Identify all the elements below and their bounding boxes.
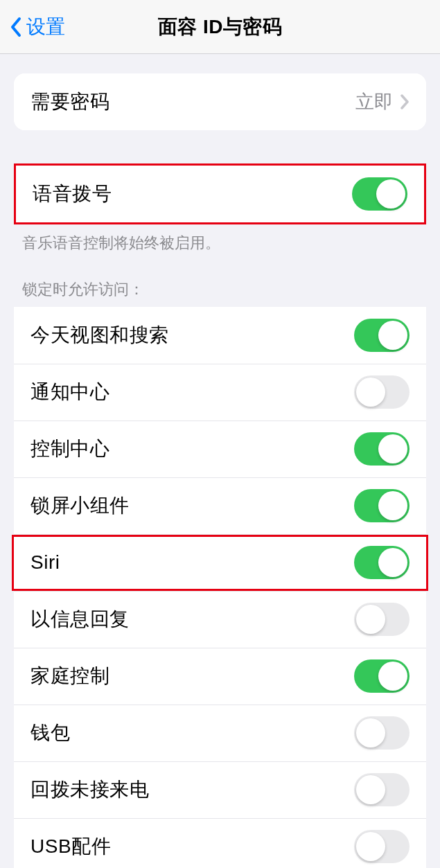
require-passcode-label: 需要密码 [30,89,109,115]
locked-access-header: 锁定时允许访问： [0,279,440,307]
locked-access-row[interactable]: USB配件 [14,818,426,868]
locked-access-label: 锁屏小组件 [30,493,130,519]
locked-access-toggle[interactable] [354,830,410,863]
back-button[interactable]: 设置 [0,14,65,40]
locked-access-toggle[interactable] [354,319,410,352]
voice-dial-label: 语音拨号 [33,181,112,207]
locked-access-label: 通知中心 [30,379,109,405]
locked-access-toggle[interactable] [354,659,410,693]
require-passcode-value: 立即 [355,89,393,114]
locked-access-toggle[interactable] [354,546,410,579]
page-title: 面容 ID与密码 [158,14,283,40]
locked-access-row[interactable]: 钱包 [14,705,426,761]
voice-dial-row[interactable]: 语音拨号 [16,166,424,222]
locked-access-row[interactable]: 家庭控制 [14,648,426,705]
require-passcode-row[interactable]: 需要密码 立即 [14,73,426,130]
locked-access-toggle[interactable] [354,773,410,806]
locked-access-label: 以信息回复 [30,606,130,632]
navigation-header: 设置 面容 ID与密码 [0,0,440,54]
voice-dial-toggle[interactable] [352,177,407,211]
chevron-right-icon [400,94,410,109]
locked-access-label: 控制中心 [30,436,109,462]
locked-access-group: 今天视图和搜索通知中心控制中心锁屏小组件Siri以信息回复家庭控制钱包回拨未接来… [14,307,426,868]
require-passcode-group: 需要密码 立即 [14,73,426,130]
locked-access-toggle[interactable] [354,716,410,750]
back-label: 设置 [26,14,65,40]
locked-access-label: 家庭控制 [30,663,109,689]
locked-access-toggle[interactable] [354,375,410,409]
locked-access-label: 回拨未接来电 [30,777,149,803]
locked-access-row[interactable]: 以信息回复 [14,591,426,648]
locked-access-label: 钱包 [30,720,70,746]
locked-access-row[interactable]: 通知中心 [14,364,426,420]
locked-access-toggle[interactable] [354,489,410,522]
locked-access-label: Siri [30,551,60,574]
locked-access-row[interactable]: 今天视图和搜索 [14,307,426,364]
locked-access-toggle[interactable] [354,432,410,466]
voice-dial-footer: 音乐语音控制将始终被启用。 [0,224,440,254]
chevron-left-icon [10,17,22,37]
voice-dial-group: 语音拨号 [14,163,426,224]
locked-access-row[interactable]: 锁屏小组件 [14,477,426,534]
locked-access-label: 今天视图和搜索 [30,322,169,348]
locked-access-toggle[interactable] [354,603,410,636]
locked-access-label: USB配件 [30,833,111,860]
locked-access-row[interactable]: 控制中心 [14,420,426,477]
locked-access-row[interactable]: Siri [14,534,426,591]
locked-access-row[interactable]: 回拨未接来电 [14,761,426,818]
